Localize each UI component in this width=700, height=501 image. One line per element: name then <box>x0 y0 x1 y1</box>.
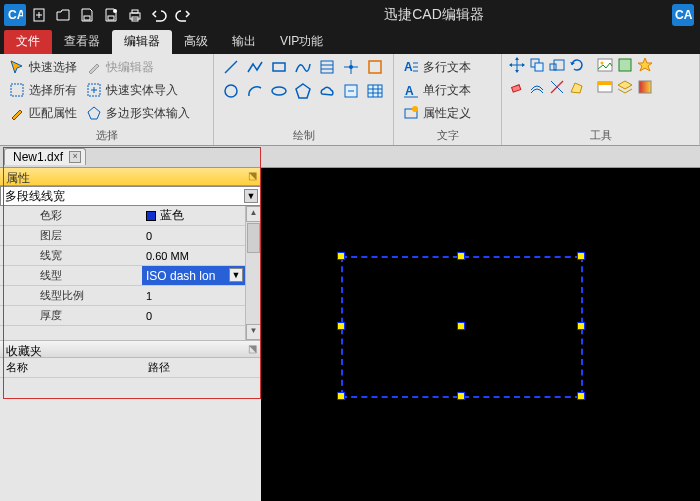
tab-editor[interactable]: 编辑器 <box>112 30 172 54</box>
svg-rect-51 <box>550 64 556 70</box>
tab-viewer[interactable]: 查看器 <box>52 30 112 54</box>
stext-icon: A <box>402 81 420 99</box>
svg-marker-57 <box>638 58 652 71</box>
group-label-select: 选择 <box>6 127 207 145</box>
explode-icon[interactable] <box>636 56 654 74</box>
select-all-icon <box>8 81 26 99</box>
pin-icon[interactable]: ⬔ <box>248 170 257 181</box>
quick-select-button[interactable]: 快速选择 <box>6 56 79 78</box>
file-tab-label: New1.dxf <box>13 150 63 164</box>
pin-icon[interactable]: ⬔ <box>248 343 257 354</box>
app-icon: CAD <box>4 4 26 26</box>
chevron-down-icon[interactable]: ▼ <box>244 189 258 203</box>
arc-icon[interactable] <box>244 80 266 102</box>
grip[interactable] <box>577 252 585 260</box>
image-icon[interactable] <box>596 56 614 74</box>
scrollbar[interactable]: ▲ ▼ <box>245 206 261 340</box>
hatch-icon[interactable] <box>316 56 338 78</box>
group-label-text: 文字 <box>400 127 495 145</box>
prop-row-ltscale[interactable]: 线型比例1 <box>0 286 245 306</box>
erase-icon[interactable] <box>508 78 526 96</box>
gradient-icon[interactable] <box>636 78 654 96</box>
tab-file[interactable]: 文件 <box>4 30 52 54</box>
tab-vip[interactable]: VIP功能 <box>268 30 335 54</box>
prop-row-layer[interactable]: 图层0 <box>0 226 245 246</box>
insert-icon[interactable] <box>340 80 362 102</box>
svg-point-42 <box>412 106 418 112</box>
attdef-button[interactable]: 属性定义 <box>400 102 473 124</box>
tab-output[interactable]: 输出 <box>220 30 268 54</box>
polyline-icon[interactable] <box>244 56 266 78</box>
favorites-header[interactable]: 收藏夹⬔ <box>0 340 261 358</box>
svg-rect-50 <box>535 63 543 71</box>
polygon-entity-button[interactable]: 多边形实体输入 <box>83 102 192 124</box>
scale-icon[interactable] <box>548 56 566 74</box>
ellipse-icon[interactable] <box>268 80 290 102</box>
drawing-canvas[interactable] <box>261 168 700 501</box>
draw-tools <box>220 56 386 127</box>
grip[interactable] <box>577 322 585 330</box>
offset-icon[interactable] <box>528 78 546 96</box>
match-props-button[interactable]: 匹配属性 <box>6 102 79 124</box>
svg-marker-27 <box>296 84 310 98</box>
svg-marker-48 <box>522 63 525 67</box>
spline-icon[interactable] <box>292 56 314 78</box>
grip[interactable] <box>457 322 465 330</box>
svg-rect-11 <box>11 84 23 96</box>
cloud-icon[interactable] <box>316 80 338 102</box>
prop-row-linetype[interactable]: 线型ISO dash lon▼ <box>0 266 245 286</box>
group-label-tools: 工具 <box>508 127 693 145</box>
rect-icon[interactable] <box>268 56 290 78</box>
grip[interactable] <box>337 252 345 260</box>
title-bar: CAD 迅捷CAD编辑器 CAD <box>0 0 700 30</box>
block-icon[interactable] <box>616 56 634 74</box>
undo-icon[interactable] <box>148 4 170 26</box>
prop-row-thickness[interactable]: 厚度0 <box>0 306 245 326</box>
polygon-icon[interactable] <box>292 80 314 102</box>
table-icon[interactable] <box>364 80 386 102</box>
save-icon[interactable] <box>76 4 98 26</box>
rotate-icon[interactable] <box>568 56 586 74</box>
grip[interactable] <box>337 322 345 330</box>
new-icon[interactable] <box>28 4 50 26</box>
svg-rect-54 <box>598 59 612 71</box>
import-entity-button[interactable]: 快速实体导入 <box>83 79 192 101</box>
circle-icon[interactable] <box>220 80 242 102</box>
panel-title-props: 属性⬔ <box>0 168 261 186</box>
close-icon[interactable]: × <box>69 151 81 163</box>
line-icon[interactable] <box>220 56 242 78</box>
redo-icon[interactable] <box>172 4 194 26</box>
grip[interactable] <box>577 392 585 400</box>
grip[interactable] <box>457 392 465 400</box>
tab-advanced[interactable]: 高级 <box>172 30 220 54</box>
point-icon[interactable] <box>340 56 362 78</box>
copy-icon[interactable] <box>528 56 546 74</box>
svg-rect-4 <box>84 16 90 20</box>
svg-marker-64 <box>618 81 632 89</box>
scroll-down-icon[interactable]: ▼ <box>246 324 261 340</box>
print-icon[interactable] <box>124 4 146 26</box>
chevron-down-icon[interactable]: ▼ <box>229 268 243 282</box>
open-icon[interactable] <box>52 4 74 26</box>
svg-text:A: A <box>405 84 414 98</box>
boundary-icon[interactable] <box>364 56 386 78</box>
trim-icon[interactable] <box>548 78 566 96</box>
prop-row-lineweight[interactable]: 线宽0.60 MM <box>0 246 245 266</box>
layer-icon[interactable] <box>616 78 634 96</box>
mtext-button[interactable]: A多行文本 <box>400 56 473 78</box>
ole-icon[interactable] <box>596 78 614 96</box>
stext-button[interactable]: A单行文本 <box>400 79 473 101</box>
saveas-icon[interactable] <box>100 4 122 26</box>
area-icon[interactable] <box>568 78 586 96</box>
svg-text:CAD: CAD <box>675 9 692 21</box>
move-icon[interactable] <box>508 56 526 74</box>
entity-type-combo[interactable]: 多段线线宽▼ <box>0 186 261 206</box>
grip[interactable] <box>457 252 465 260</box>
select-all-button[interactable]: 选择所有 <box>6 79 79 101</box>
grip[interactable] <box>337 392 345 400</box>
scroll-up-icon[interactable]: ▲ <box>246 206 261 222</box>
prop-row-color[interactable]: 色彩蓝色 <box>0 206 245 226</box>
scroll-thumb[interactable] <box>247 223 260 253</box>
file-tab[interactable]: New1.dxf × <box>4 148 86 165</box>
attdef-icon <box>402 104 420 122</box>
